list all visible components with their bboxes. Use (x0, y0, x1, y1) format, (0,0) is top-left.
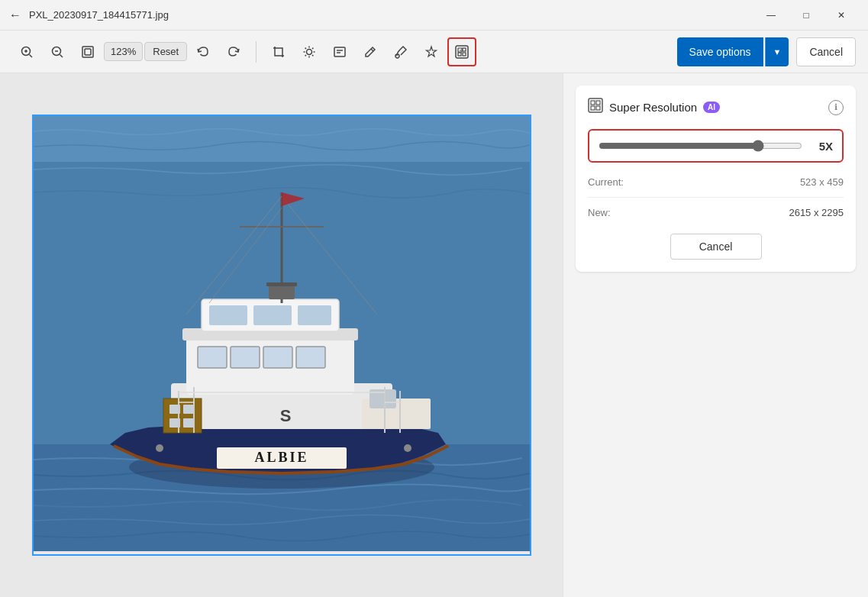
close-button[interactable]: ✕ (824, 3, 859, 27)
undo-button[interactable] (189, 37, 218, 66)
redo-icon (227, 45, 240, 59)
slider-value: 5X (812, 140, 833, 153)
fill-button[interactable] (386, 37, 415, 66)
svg-rect-60 (183, 405, 194, 414)
toolbar: 123% Reset (0, 31, 868, 73)
svg-rect-25 (463, 48, 466, 51)
current-size-row: Current: 523 x 459 (588, 173, 844, 191)
super-resolution-panel: Super Resolution AI ℹ 5X Current: 523 x … (576, 86, 856, 272)
zoom-out-button[interactable] (43, 37, 72, 66)
svg-text:S: S (279, 406, 291, 425)
edit-tools (264, 37, 476, 66)
crop-icon (272, 45, 286, 59)
markup-button[interactable] (325, 37, 354, 66)
svg-point-69 (404, 444, 411, 452)
svg-rect-48 (253, 305, 292, 325)
svg-point-9 (307, 49, 312, 54)
zoom-level: 123% (104, 42, 143, 61)
svg-rect-7 (82, 47, 93, 57)
brightness-button[interactable] (295, 37, 324, 66)
current-value: 523 x 459 (800, 176, 844, 188)
svg-rect-40 (296, 347, 325, 368)
current-label: Current: (588, 176, 624, 188)
save-options-button[interactable]: Save options (677, 37, 763, 66)
window-title: PXL_20230917_184415771.jpg (29, 9, 753, 21)
svg-rect-39 (263, 347, 292, 368)
svg-rect-37 (198, 347, 227, 368)
svg-rect-27 (463, 53, 466, 56)
svg-line-21 (371, 49, 373, 51)
svg-line-28 (460, 50, 461, 50)
svg-rect-38 (231, 347, 260, 368)
maximize-button[interactable]: □ (789, 3, 824, 27)
svg-rect-81 (596, 106, 600, 110)
zoom-in-icon (20, 45, 34, 59)
right-panel: Super Resolution AI ℹ 5X Current: 523 x … (563, 73, 868, 597)
svg-rect-49 (298, 305, 331, 325)
title-bar: ← PXL_20230917_184415771.jpg — □ ✕ (0, 0, 868, 31)
zoom-fit-button[interactable] (73, 37, 102, 66)
svg-rect-8 (85, 49, 91, 55)
image-area: ALBIE S (0, 73, 563, 597)
pen-icon (363, 45, 377, 59)
markup-icon (333, 45, 347, 59)
zoom-out-icon (50, 45, 64, 59)
redo-button[interactable] (219, 37, 248, 66)
svg-rect-62 (183, 418, 194, 428)
window-controls: — □ ✕ (753, 3, 859, 27)
svg-point-22 (395, 54, 399, 58)
super-resolution-button[interactable] (447, 37, 476, 66)
svg-rect-57 (163, 399, 202, 433)
svg-line-15 (312, 55, 313, 56)
chevron-down-icon: ▼ (773, 47, 782, 56)
new-value: 2615 x 2295 (789, 207, 844, 218)
info-button[interactable]: ℹ (828, 100, 844, 115)
svg-line-6 (60, 54, 63, 57)
toolbar-divider-1 (256, 41, 257, 63)
ai-badge: AI (703, 102, 720, 113)
slider-section[interactable]: 5X (588, 129, 844, 163)
svg-rect-67 (266, 282, 297, 286)
fill-icon (394, 45, 408, 59)
zoom-controls: 123% Reset (12, 37, 248, 66)
cancel-button[interactable]: Cancel (796, 37, 856, 66)
undo-icon (196, 45, 210, 59)
svg-rect-47 (209, 305, 247, 325)
svg-line-16 (312, 47, 313, 48)
resolution-slider[interactable] (599, 140, 802, 152)
save-options-dropdown-button[interactable]: ▼ (765, 37, 789, 66)
panel-cancel-button[interactable]: Cancel (670, 234, 762, 260)
pen-button[interactable] (356, 37, 385, 66)
boat-image: ALBIE S (34, 116, 530, 551)
zoom-fit-icon (81, 45, 95, 59)
zoom-in-button[interactable] (12, 37, 41, 66)
panel-title-group: Super Resolution AI (588, 98, 720, 117)
svg-rect-26 (458, 53, 461, 56)
svg-rect-78 (591, 101, 595, 105)
main-content: ALBIE S (0, 73, 868, 597)
panel-title: Super Resolution (609, 101, 697, 114)
super-res-panel-icon (588, 98, 603, 113)
svg-rect-80 (591, 106, 595, 110)
minimize-button[interactable]: — (753, 3, 789, 27)
image-frame: ALBIE S (32, 115, 531, 556)
effects-icon (424, 45, 438, 59)
svg-rect-18 (334, 47, 345, 56)
crop-button[interactable] (264, 37, 293, 66)
new-label: New: (588, 207, 611, 218)
back-button[interactable]: ← (9, 8, 21, 22)
svg-line-3 (30, 54, 33, 57)
svg-rect-79 (596, 101, 600, 105)
super-resolution-icon (454, 44, 469, 60)
slider-track-wrapper[interactable] (599, 138, 802, 153)
svg-point-68 (156, 444, 163, 452)
panel-header: Super Resolution AI ℹ (588, 98, 844, 117)
svg-line-14 (305, 47, 306, 48)
action-buttons: Save options ▼ Cancel (677, 37, 856, 66)
svg-text:ALBIE: ALBIE (254, 450, 308, 465)
panel-icon (588, 98, 603, 117)
reset-button[interactable]: Reset (144, 42, 187, 61)
divider (588, 197, 844, 198)
brightness-icon (302, 45, 316, 59)
effects-button[interactable] (417, 37, 446, 66)
